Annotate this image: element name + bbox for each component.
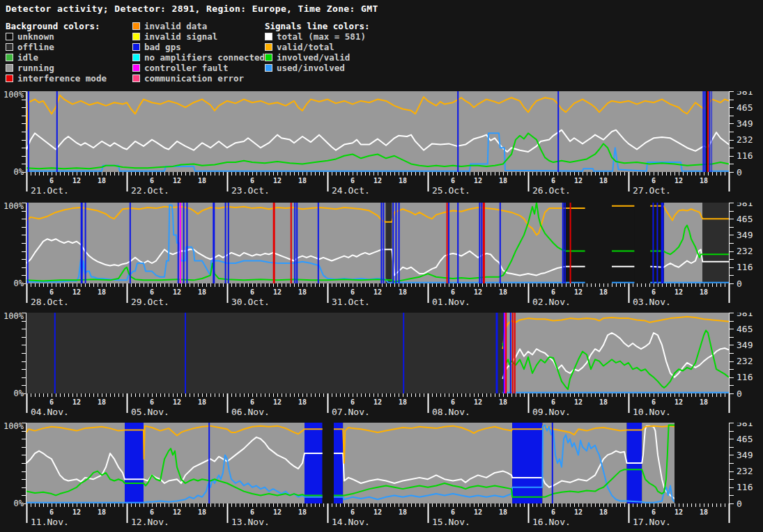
hour-label: 12 bbox=[173, 398, 181, 406]
hour-label: 18 bbox=[399, 288, 407, 296]
event-bad_gps bbox=[392, 203, 394, 283]
hour-label: 12 bbox=[273, 508, 282, 516]
date-label: 07.Nov. bbox=[332, 407, 370, 417]
event-interference_mode bbox=[512, 313, 514, 393]
legend-status-label: invalid signal bbox=[144, 31, 217, 42]
hour-label: 12 bbox=[72, 177, 81, 185]
right-label: 116 bbox=[737, 150, 753, 161]
legend-signals-label: used/involved bbox=[277, 63, 345, 73]
hour-label: 12 bbox=[173, 177, 181, 185]
event-bad_gps bbox=[318, 203, 319, 283]
y-label-100: 100% bbox=[3, 203, 24, 211]
date-label: 22.Oct. bbox=[131, 185, 169, 196]
hour-label: 6 bbox=[551, 177, 555, 185]
hour-label: 18 bbox=[700, 288, 708, 296]
date-label: 25.Oct. bbox=[432, 185, 470, 196]
hour-label: 12 bbox=[574, 177, 583, 185]
hour-label: 12 bbox=[474, 288, 482, 296]
event-bad_gps bbox=[557, 91, 559, 172]
date-label: 26.Oct. bbox=[532, 185, 571, 196]
hour-label: 18 bbox=[499, 288, 507, 296]
no-data-gap bbox=[675, 423, 729, 504]
hour-label: 18 bbox=[399, 177, 407, 185]
date-label: 03.Nov. bbox=[633, 297, 671, 307]
hour-label: 6 bbox=[250, 398, 254, 406]
right-label: 581 bbox=[737, 91, 753, 97]
detector-activity-screen: Detector activity; Detector: 2891, Regio… bbox=[0, 0, 763, 532]
event-interference_mode bbox=[505, 313, 507, 393]
right-label: 0 bbox=[737, 279, 742, 289]
hour-label: 18 bbox=[98, 177, 106, 185]
event-bad_gps bbox=[380, 203, 382, 283]
right-label: 0 bbox=[737, 389, 742, 399]
invalid-data-swatch-icon bbox=[132, 22, 140, 30]
y-label-0: 0% bbox=[14, 279, 24, 288]
event-interference_mode bbox=[514, 313, 516, 393]
hour-label: 12 bbox=[675, 398, 683, 406]
date-label: 02.Nov. bbox=[532, 297, 571, 307]
hour-label: 18 bbox=[399, 508, 407, 516]
event-bad_gps bbox=[709, 91, 710, 172]
legend-status-item-5: communication error bbox=[132, 73, 265, 84]
invalid-signal-swatch-icon bbox=[132, 33, 140, 40]
hour-label: 6 bbox=[250, 288, 254, 296]
y-label-100: 100% bbox=[3, 423, 24, 431]
right-label: 349 bbox=[737, 230, 753, 240]
event-interference_mode bbox=[447, 203, 448, 283]
legend-status-label: controller fault bbox=[144, 63, 228, 73]
legend-status-label: invalid data bbox=[144, 21, 207, 31]
legend-background-label: idle bbox=[17, 52, 38, 63]
hour-label: 6 bbox=[652, 398, 656, 406]
event-bad_gps bbox=[448, 203, 449, 283]
event-bad_gps bbox=[56, 91, 58, 172]
involved-valid-swatch-icon bbox=[265, 54, 272, 61]
hour-label: 18 bbox=[499, 398, 507, 406]
date-label: 28.Oct. bbox=[31, 297, 69, 307]
legend-signals-item-0: total (max = 581) bbox=[265, 31, 370, 42]
event-bad_gps bbox=[186, 203, 187, 283]
legend-background-label: interference mode bbox=[17, 73, 107, 84]
hour-label: 6 bbox=[150, 177, 154, 185]
hour-label: 6 bbox=[551, 508, 555, 516]
legend-status-item-2: bad gps bbox=[132, 42, 265, 52]
right-label: 349 bbox=[737, 450, 753, 460]
date-label: 08.Nov. bbox=[432, 407, 470, 417]
event-interference_mode bbox=[483, 203, 485, 283]
date-label: 31.Oct. bbox=[332, 297, 370, 307]
hour-label: 6 bbox=[150, 398, 154, 406]
no-data-gap bbox=[323, 423, 334, 504]
legend-background-item-1: offline bbox=[6, 42, 107, 52]
controller-fault-swatch-icon bbox=[132, 64, 140, 72]
used-involved-swatch-icon bbox=[265, 64, 272, 72]
date-label: 24.Oct. bbox=[332, 185, 370, 196]
hour-label: 18 bbox=[298, 177, 307, 185]
legend-signals-title: Signals line colors: bbox=[265, 21, 370, 31]
date-label: 05.Nov. bbox=[131, 407, 169, 417]
event-bad_gps bbox=[183, 203, 185, 283]
hour-label: 18 bbox=[700, 177, 708, 185]
event-interference_mode bbox=[707, 91, 709, 172]
y-label-0: 0% bbox=[14, 389, 24, 398]
event-bad_gps bbox=[457, 203, 458, 283]
hour-label: 6 bbox=[451, 288, 455, 296]
bad-gps-swatch-icon bbox=[132, 43, 140, 51]
hour-label: 18 bbox=[298, 398, 307, 406]
legend-signals-item-1: valid/total bbox=[265, 42, 370, 52]
event-bad_gps bbox=[457, 91, 458, 172]
unknown-sw-swatch-icon bbox=[6, 33, 13, 40]
right-label: 581 bbox=[737, 423, 753, 428]
hour-label: 12 bbox=[675, 177, 683, 185]
hour-label: 6 bbox=[551, 398, 555, 406]
event-bad_gps bbox=[294, 203, 295, 283]
event-bad_gps bbox=[185, 313, 186, 393]
hour-label: 12 bbox=[574, 288, 583, 296]
date-label: 21.Oct. bbox=[31, 185, 69, 196]
event-bad_gps bbox=[383, 203, 384, 283]
legend-signals-label: involved/valid bbox=[277, 52, 350, 63]
event-bad_gps bbox=[564, 203, 566, 283]
legend-background-label: running bbox=[17, 63, 54, 73]
date-label: 27.Oct. bbox=[633, 185, 671, 196]
total-swatch-icon bbox=[265, 33, 272, 40]
right-label: 349 bbox=[737, 340, 753, 350]
legend-background-label: unknown bbox=[17, 31, 54, 42]
